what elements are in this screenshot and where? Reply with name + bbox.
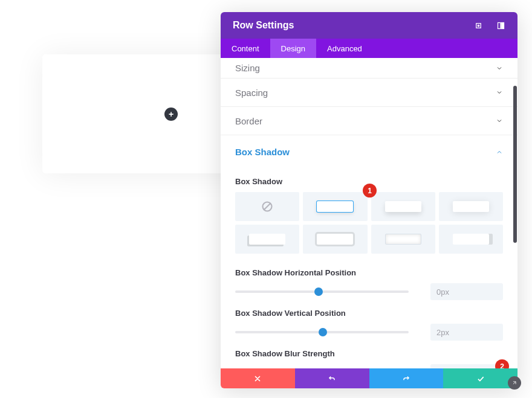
preset-4[interactable]	[439, 192, 503, 221]
section-sizing[interactable]: Sizing	[221, 58, 517, 79]
preset-8[interactable]	[439, 225, 503, 254]
section-box-shadow[interactable]: Box Shadow	[221, 135, 517, 169]
chevron-down-icon	[496, 89, 503, 96]
shadow-preset-grid: 1	[235, 192, 503, 254]
horizontal-slider[interactable]	[235, 290, 409, 293]
add-content-button[interactable]: +	[164, 108, 178, 121]
preset-7[interactable]	[371, 225, 435, 254]
slider-thumb[interactable]	[314, 287, 323, 296]
blur-value-input[interactable]	[430, 364, 503, 368]
chevron-down-icon	[496, 65, 503, 72]
slider-thumb[interactable]	[319, 328, 327, 336]
svg-line-5	[264, 203, 271, 210]
vertical-label: Box Shadow Vertical Position	[235, 309, 503, 318]
tab-content[interactable]: Content	[221, 39, 270, 58]
action-bar	[221, 368, 517, 388]
svg-point-1	[478, 25, 479, 27]
blur-label: Box Shadow Blur Strength	[235, 349, 503, 358]
redo-button[interactable]	[369, 368, 444, 388]
preset-5[interactable]	[235, 225, 299, 254]
undo-button[interactable]	[295, 368, 369, 388]
scrollbar[interactable]	[513, 86, 517, 243]
tab-bar: Content Design Advanced	[221, 39, 517, 58]
preset-none[interactable]	[235, 192, 299, 221]
annotation-badge-2: 2	[495, 359, 509, 368]
resize-handle[interactable]	[508, 376, 521, 390]
preset-6[interactable]	[303, 225, 367, 254]
chevron-up-icon	[496, 149, 503, 156]
expand-icon[interactable]	[474, 21, 483, 30]
snap-icon[interactable]	[496, 21, 505, 30]
horizontal-value-input[interactable]	[430, 283, 503, 300]
section-border[interactable]: Border	[221, 107, 517, 135]
section-label: Sizing	[235, 63, 260, 73]
vertical-slider[interactable]	[235, 331, 409, 333]
preset-3[interactable]	[371, 192, 435, 221]
annotation-badge-1: 1	[363, 184, 377, 197]
modal-title: Row Settings	[233, 20, 294, 31]
section-label: Box Shadow	[235, 147, 290, 157]
vertical-value-input[interactable]	[430, 324, 503, 341]
tab-design[interactable]: Design	[270, 39, 316, 58]
horizontal-label: Box Shadow Horizontal Position	[235, 268, 503, 277]
section-spacing[interactable]: Spacing	[221, 79, 517, 107]
chevron-down-icon	[496, 117, 503, 124]
row-settings-modal: Row Settings Content Design Advanced Siz…	[221, 12, 517, 388]
svg-rect-3	[501, 22, 504, 28]
modal-header: Row Settings	[221, 12, 517, 39]
confirm-button[interactable]	[443, 368, 517, 388]
section-label: Spacing	[235, 88, 268, 98]
tab-advanced[interactable]: Advanced	[316, 39, 373, 58]
preset-2[interactable]	[303, 192, 367, 221]
svg-rect-2	[498, 22, 501, 28]
cancel-button[interactable]	[221, 368, 295, 388]
settings-content: Sizing Spacing Border Box Shadow	[221, 58, 517, 368]
section-label: Border	[235, 116, 262, 126]
